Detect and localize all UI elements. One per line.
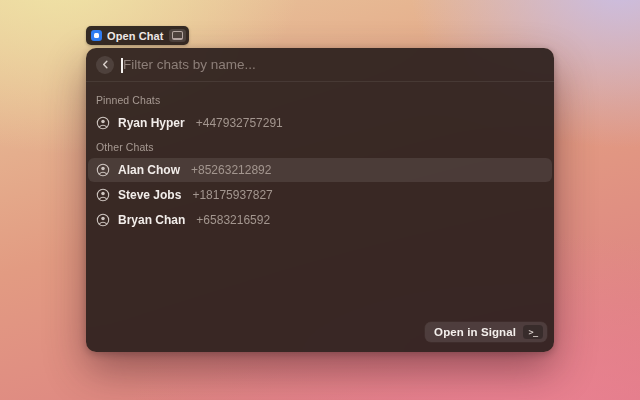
open-in-signal-label: Open in Signal bbox=[434, 326, 516, 338]
chat-row[interactable]: Alan Chow +85263212892 bbox=[88, 158, 552, 182]
desktop-background: Open Chat Pinned Chats Ryan Hyper +44793… bbox=[0, 0, 640, 400]
chat-name: Ryan Hyper bbox=[118, 116, 185, 130]
chat-name: Steve Jobs bbox=[118, 188, 181, 202]
enter-key-icon bbox=[169, 29, 186, 42]
chat-app-icon bbox=[91, 30, 102, 41]
person-circle-icon bbox=[96, 188, 110, 202]
chat-name: Bryan Chan bbox=[118, 213, 185, 227]
section-rows: Alan Chow +85263212892 Steve Jobs +18175… bbox=[88, 158, 552, 232]
chat-filter-panel: Pinned Chats Ryan Hyper +447932757291 Ot… bbox=[86, 48, 554, 352]
chat-row[interactable]: Bryan Chan +6583216592 bbox=[88, 208, 552, 232]
open-chat-label: Open Chat bbox=[107, 30, 164, 42]
search-bar bbox=[86, 48, 554, 82]
chat-phone: +85263212892 bbox=[191, 163, 271, 177]
open-in-signal-button[interactable]: Open in Signal >_ bbox=[425, 322, 547, 342]
person-circle-icon bbox=[96, 116, 110, 130]
chat-phone: +447932757291 bbox=[196, 116, 283, 130]
chat-section: Other Chats Alan Chow +85263212892 Steve… bbox=[88, 141, 552, 232]
text-cursor bbox=[121, 58, 123, 73]
section-rows: Ryan Hyper +447932757291 bbox=[88, 111, 552, 135]
chat-list: Pinned Chats Ryan Hyper +447932757291 Ot… bbox=[86, 82, 554, 317]
search-input[interactable] bbox=[123, 57, 544, 72]
person-circle-icon bbox=[96, 163, 110, 177]
footer-bar: Open in Signal >_ bbox=[86, 317, 554, 352]
chat-phone: +6583216592 bbox=[196, 213, 270, 227]
section-header: Pinned Chats bbox=[96, 94, 544, 106]
terminal-prompt-icon: >_ bbox=[523, 325, 543, 339]
section-header: Other Chats bbox=[96, 141, 544, 153]
search-field-area bbox=[123, 57, 544, 72]
chat-bubble-glyph bbox=[94, 33, 99, 38]
person-circle-icon bbox=[96, 213, 110, 227]
open-chat-pill[interactable]: Open Chat bbox=[86, 26, 189, 45]
chat-row[interactable]: Steve Jobs +18175937827 bbox=[88, 183, 552, 207]
chat-name: Alan Chow bbox=[118, 163, 180, 177]
back-button[interactable] bbox=[96, 56, 114, 74]
chat-phone: +18175937827 bbox=[192, 188, 272, 202]
keycap-glyph bbox=[172, 31, 183, 40]
chevron-left-icon bbox=[101, 60, 110, 69]
chat-row[interactable]: Ryan Hyper +447932757291 bbox=[88, 111, 552, 135]
chat-section: Pinned Chats Ryan Hyper +447932757291 bbox=[88, 94, 552, 135]
